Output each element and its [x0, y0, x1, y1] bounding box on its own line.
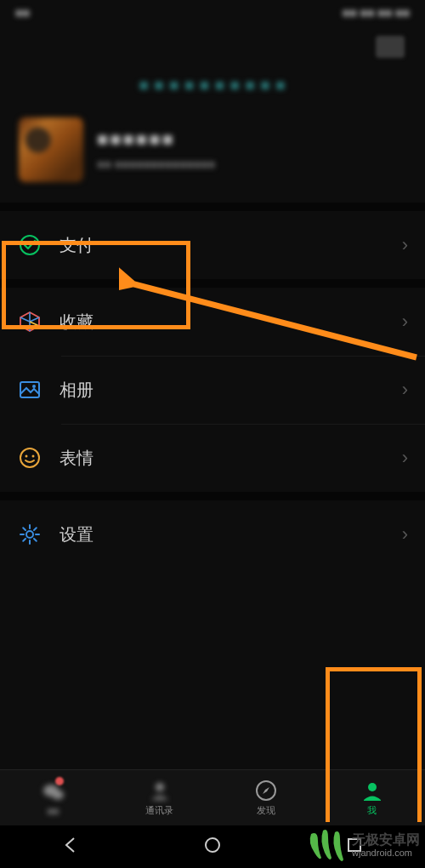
svg-point-9: [156, 783, 164, 791]
tab-contacts[interactable]: 通讯录: [106, 770, 212, 825]
settings-icon: [17, 522, 42, 547]
favorites-icon: [17, 309, 42, 334]
profile-name: ■■■■■■: [97, 128, 408, 151]
tab-discover[interactable]: 发现: [212, 770, 319, 825]
svg-point-8: [52, 790, 64, 799]
profile-id: ■■ ■■■■■■■■■■■■■■: [97, 157, 408, 171]
promo-banner[interactable]: ■ ■ ■ ■ ■ ■ ■ ■ ■ ■: [0, 68, 425, 102]
header: [0, 26, 425, 68]
svg-point-0: [20, 236, 39, 254]
svg-point-11: [368, 783, 377, 791]
pay-icon: [17, 232, 42, 258]
status-right: ■■ ■■ ■■ ■■: [343, 6, 410, 20]
svg-point-5: [32, 455, 35, 458]
sticker-icon: [17, 445, 42, 471]
chat-icon: [42, 780, 65, 804]
menu-album-label: 相册: [60, 379, 402, 402]
chevron-right-icon: ›: [402, 523, 408, 545]
menu-favorites[interactable]: 收藏 ›: [0, 288, 425, 356]
avatar: [19, 117, 83, 182]
chevron-right-icon: ›: [402, 379, 408, 401]
svg-point-6: [26, 531, 33, 538]
album-icon: [17, 377, 42, 403]
watermark-logo-icon: [306, 825, 347, 865]
home-button[interactable]: [203, 836, 222, 858]
status-bar: ■■ ■■ ■■ ■■ ■■: [0, 0, 425, 26]
tab-me-label: 我: [367, 804, 377, 817]
chevron-right-icon: ›: [402, 311, 408, 333]
svg-rect-1: [20, 382, 39, 397]
tab-contacts-label: 通讯录: [145, 804, 173, 817]
camera-icon[interactable]: [376, 36, 405, 58]
tab-bar: ■■ 通讯录 发现 我: [0, 769, 425, 825]
tab-chat[interactable]: ■■: [0, 770, 106, 825]
back-button[interactable]: [61, 836, 80, 858]
contacts-icon: [148, 779, 172, 802]
watermark-title: 无极安卓网: [352, 832, 420, 848]
watermark-url: wjandroid.com: [352, 848, 420, 858]
menu-pay-label: 支付: [60, 234, 402, 257]
svg-point-2: [32, 385, 36, 388]
menu-settings-label: 设置: [60, 523, 402, 546]
chevron-right-icon: ›: [402, 234, 408, 256]
menu-settings[interactable]: 设置 ›: [0, 500, 425, 568]
discover-icon: [254, 779, 278, 802]
watermark: 无极安卓网 wjandroid.com: [306, 825, 420, 865]
menu-stickers[interactable]: 表情 ›: [0, 424, 425, 492]
menu-stickers-label: 表情: [60, 447, 402, 470]
tab-me[interactable]: 我: [319, 770, 425, 825]
chevron-right-icon: ›: [402, 447, 408, 469]
status-left: ■■: [15, 6, 30, 20]
svg-point-12: [206, 838, 219, 852]
svg-point-4: [26, 455, 28, 458]
profile-card[interactable]: ■■■■■■ ■■ ■■■■■■■■■■■■■■: [0, 102, 425, 203]
profile-info: ■■■■■■ ■■ ■■■■■■■■■■■■■■: [97, 128, 408, 171]
menu-pay[interactable]: 支付 ›: [0, 211, 425, 279]
tab-discover-label: 发现: [257, 804, 275, 817]
me-icon: [360, 779, 384, 802]
menu-album[interactable]: 相册 ›: [0, 356, 425, 424]
menu-favorites-label: 收藏: [60, 311, 402, 334]
svg-point-3: [20, 448, 39, 467]
tab-chat-label: ■■: [48, 806, 59, 816]
